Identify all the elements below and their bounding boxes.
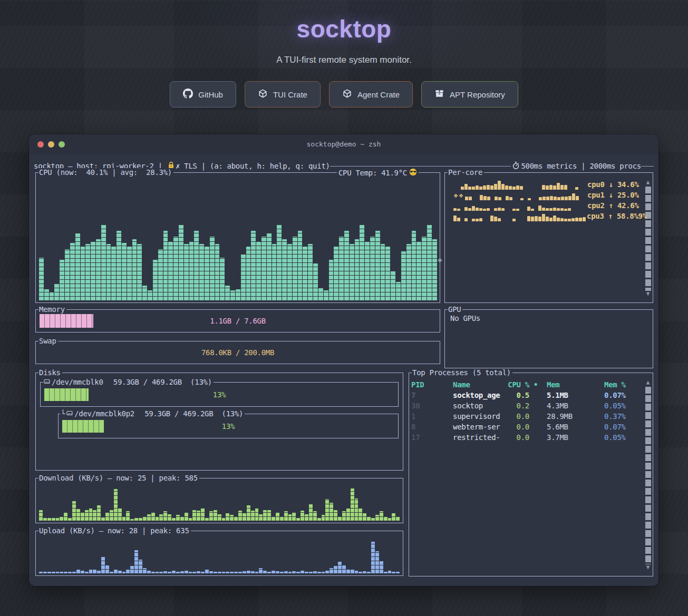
process-row[interactable]: 30socktop0.24.3MB0.05% — [411, 400, 641, 411]
disks-panel-title: Disks — [38, 368, 62, 377]
sparkline-bar — [557, 218, 560, 221]
chart-bar — [317, 572, 321, 573]
chart-bar — [288, 572, 292, 573]
chart-bar — [81, 513, 84, 521]
download-panel: Download (KB/s) — now: 25 | peak: 585 — [35, 478, 403, 523]
sparkline-bar — [550, 196, 553, 200]
process-list-scrollbar[interactable]: ▲ ▼ — [644, 379, 652, 572]
chart-bar — [272, 516, 275, 521]
chart-bar — [75, 233, 80, 300]
sparkline-bar — [553, 216, 556, 221]
sparkline-bar — [501, 184, 505, 190]
chart-bar — [334, 566, 337, 573]
chart-bar — [287, 244, 292, 300]
process-cell: 0.37% — [604, 411, 641, 422]
page: socktop A TUI-first remote system monito… — [0, 0, 688, 616]
chart-bar — [89, 508, 93, 521]
gpu-panel: GPU No GPUs — [444, 309, 653, 368]
process-cell: 0.0 — [506, 411, 529, 422]
chart-bar — [284, 511, 288, 521]
scrollbar-track[interactable] — [645, 187, 651, 291]
chart-bar — [222, 572, 226, 573]
download-panel-title: Download (KB/s) — now: 25 | peak: 585 — [38, 474, 199, 482]
mem-pct-column-header[interactable]: Mem % — [604, 379, 641, 390]
chart-bar — [139, 518, 142, 521]
chart-bar — [134, 550, 138, 573]
cpu-column-header[interactable]: CPU % — [506, 379, 529, 390]
process-cell: 30 — [411, 400, 453, 411]
chart-bar — [282, 239, 287, 300]
chart-bar — [313, 511, 317, 521]
chart-bar — [81, 247, 85, 300]
per-core-row: ❖❖cpu1 ↓ 25.0% — [453, 190, 641, 200]
sparkline-bar — [575, 187, 578, 190]
process-row[interactable]: 17restricted-0.03.7MB0.05% — [411, 432, 641, 443]
process-cell: 5.6MB — [547, 422, 604, 432]
chart-bar — [143, 516, 147, 521]
chart-bar — [243, 513, 246, 521]
chart-bar — [330, 568, 333, 573]
sparkline-bar — [512, 187, 516, 190]
github-button[interactable]: GitHub — [170, 81, 236, 107]
mem-column-header[interactable]: Mem — [547, 379, 604, 390]
chart-bar — [309, 572, 313, 573]
agent-crate-button[interactable]: Agent Crate — [329, 81, 413, 107]
disk-mmcblk0p2-panel: └/dev/mmcblk0p2 59.3GB / 469.2GB (13%) 1… — [58, 414, 399, 438]
chart-bar — [68, 572, 72, 573]
memory-gauge: 1.1GB / 7.6GB — [40, 314, 436, 328]
disk-name: /dev/mmcblk0p2 — [74, 409, 134, 418]
chart-bar — [272, 244, 277, 300]
process-row[interactable]: 8webterm-ser0.05.6MB0.07% — [411, 422, 641, 432]
chart-bar — [47, 572, 51, 573]
process-cell: restricted- — [453, 432, 506, 443]
chart-bar — [85, 510, 89, 521]
chart-bar — [184, 244, 189, 300]
pid-column-header[interactable]: PID — [411, 379, 453, 390]
chart-bar — [70, 243, 75, 300]
upload-panel-title: Upload (KB/s) — now: 28 | peak: 635 — [38, 526, 191, 535]
scroll-down-icon[interactable]: ▼ — [646, 291, 650, 298]
chart-bar — [322, 515, 325, 521]
sparkline-bar — [564, 219, 567, 221]
chart-bar — [226, 572, 229, 573]
status-rule-left — [330, 166, 511, 167]
chart-bar — [39, 258, 44, 300]
chart-bar — [176, 515, 180, 521]
sparkline-bar — [494, 184, 497, 190]
chart-bar — [318, 288, 323, 300]
name-column-header[interactable]: Name — [453, 379, 506, 390]
chart-bar — [60, 260, 64, 300]
process-row[interactable]: 7socktop_age0.55.1MB0.07% — [411, 390, 641, 400]
scroll-down-icon[interactable]: ▼ — [646, 564, 650, 572]
chart-bar — [351, 570, 354, 573]
scroll-up-icon[interactable]: ▲ — [646, 179, 650, 187]
chart-bar — [110, 510, 113, 521]
chart-bar — [355, 239, 360, 300]
process-cell — [529, 390, 547, 400]
sparkline-bar — [542, 214, 545, 221]
process-row[interactable]: 1supervisord0.028.9MB0.37% — [411, 411, 641, 422]
apt-repository-button[interactable]: APT Repository — [421, 81, 518, 107]
sparkline-bar — [565, 197, 568, 200]
stopwatch-icon — [511, 161, 521, 171]
chart-bar — [238, 511, 242, 521]
chart-bar — [288, 514, 292, 521]
disk-mmcblk0p2-gauge: 13% — [62, 420, 394, 433]
sparkline-bar — [453, 208, 457, 211]
scroll-up-icon[interactable]: ▲ — [646, 379, 650, 387]
scrollbar-track[interactable] — [645, 387, 651, 564]
sparkline-bar — [479, 208, 482, 211]
chart-bar — [205, 247, 209, 300]
per-core-scrollbar[interactable]: ▲ ▼ — [644, 179, 652, 298]
chart-bar — [355, 571, 358, 573]
chart-bar — [371, 542, 375, 573]
chart-bar — [317, 518, 321, 521]
sparkline-bar — [516, 209, 519, 211]
gpu-status-text: No GPUs — [450, 314, 480, 322]
cursor-diamond-icon: ❖ — [437, 257, 442, 264]
chart-bar — [263, 510, 267, 521]
terminal-content: socktop — host: rpi-worker-2 | ✗ TLS | (… — [29, 154, 658, 586]
disk-icon — [44, 378, 50, 386]
tui-crate-button[interactable]: TUI Crate — [245, 81, 321, 107]
chart-bar — [238, 572, 242, 573]
